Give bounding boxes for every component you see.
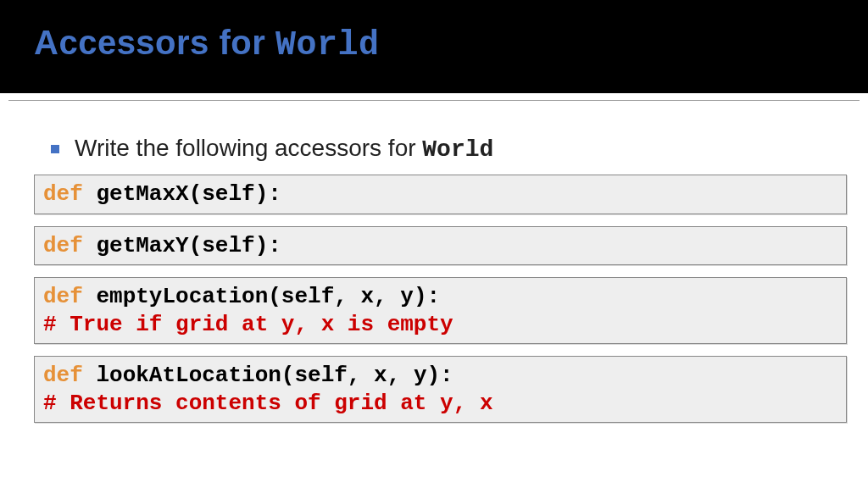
bullet-text: Write the following accessors for World xyxy=(75,135,493,163)
title-code: World xyxy=(275,26,380,64)
title-prefix: Accessors for xyxy=(34,24,275,61)
slide-content: Write the following accessors for World … xyxy=(0,101,868,423)
code-box-1: def getMaxY(self): xyxy=(34,226,847,266)
code-box-3: def lookAtLocation(self, x, y): # Return… xyxy=(34,356,847,423)
keyword: def xyxy=(43,284,96,309)
comment: # True if grid at y, x is empty xyxy=(43,311,837,339)
keyword: def xyxy=(43,363,96,388)
slide-header: Accessors for World xyxy=(0,0,868,93)
keyword: def xyxy=(43,233,96,258)
bullet-icon xyxy=(51,145,59,153)
code-box-0: def getMaxX(self): xyxy=(34,175,847,214)
signature: emptyLocation(self, x, y): xyxy=(96,284,440,309)
bullet-row: Write the following accessors for World xyxy=(51,135,830,163)
bullet-code: World xyxy=(422,136,493,163)
signature: getMaxX(self): xyxy=(96,181,281,207)
keyword: def xyxy=(43,181,96,207)
slide-title: Accessors for World xyxy=(34,24,834,64)
bullet-prefix: Write the following accessors for xyxy=(75,135,422,161)
code-box-2: def emptyLocation(self, x, y): # True if… xyxy=(34,277,847,344)
signature: lookAtLocation(self, x, y): xyxy=(96,363,453,388)
comment: # Returns contents of grid at y, x xyxy=(43,390,837,418)
signature: getMaxY(self): xyxy=(96,233,281,258)
